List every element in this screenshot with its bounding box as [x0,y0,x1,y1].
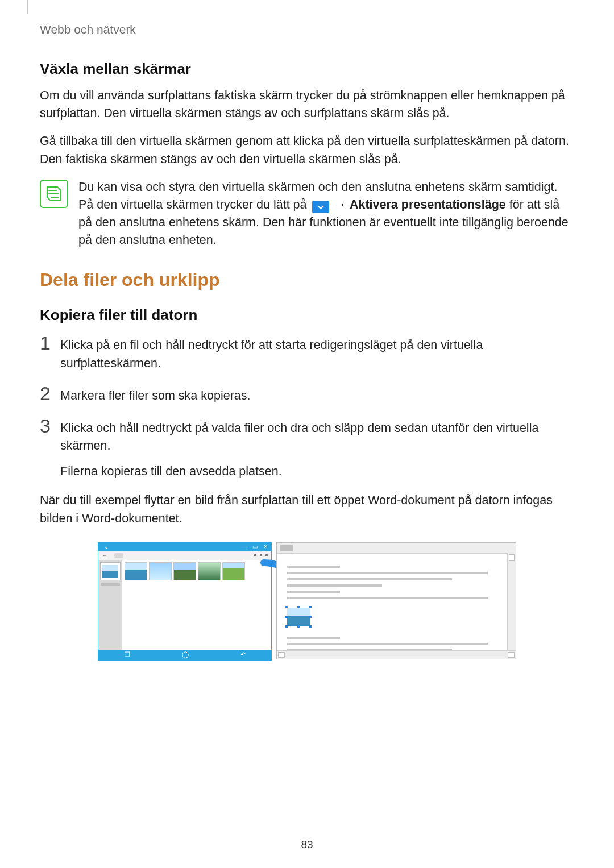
gallery-body [98,560,271,650]
tablet-titlebar: ⌄ — ▭ ✕ [98,543,271,551]
doc-text-line [287,572,488,574]
doc-text-line [287,597,488,599]
thumb-icon [102,565,118,578]
note-arrow: → [334,198,349,211]
tablet-toolbar: ← [98,551,271,560]
breadcrumb: Webb och nätverk [40,23,574,36]
doc-body [277,554,516,663]
list-item: 2 Markera fler filer som ska kopieras. [40,384,574,405]
doc-text-line [287,643,488,645]
page-number: 83 [0,838,614,851]
paragraph: Gå tillbaka till den virtuella skärmen g… [40,132,574,168]
maximize-icon: ▭ [252,544,258,550]
scrollbar-vertical [507,553,516,651]
list-text-extra: Filerna kopieras till den avsedda platse… [60,463,574,480]
toolbar-icon [260,554,262,556]
gallery-thumb [125,562,147,580]
list-text: Markera fler filer som ska kopieras. [60,384,251,405]
illustration: ⌄ — ▭ ✕ ← [40,542,574,661]
recent-apps-icon: ❐ [125,651,130,658]
inserted-image [287,608,310,626]
doc-tool-icon [280,545,293,551]
note-text: Du kan visa och styra den virtuella skär… [78,178,574,250]
gallery-thumb [198,562,221,580]
doc-toolbar [277,543,516,554]
note-bold: Aktivera presentationsläge [350,198,506,211]
sidebar-label [101,583,120,586]
doc-text-line [287,566,340,568]
list-number: 3 [40,416,52,435]
ordered-list: 1 Klicka på en fil och håll nedtryckt fö… [40,333,574,480]
dropdown-chip-icon [312,201,329,213]
toolbar-pill [114,553,123,558]
heading-switch-screens: Växla mellan skärmar [40,60,574,78]
tablet-window: ⌄ — ▭ ✕ ← [98,542,272,661]
gallery-grid [122,560,271,650]
doc-text-line [287,591,340,593]
doc-text-line [287,578,452,580]
note-block: Du kan visa och styra den virtuella skär… [40,178,574,250]
list-text-inner: Klicka och håll nedtryckt på valda filer… [60,421,538,452]
list-item: 1 Klicka på en fil och håll nedtryckt fö… [40,333,574,372]
gallery-thumb [149,562,172,580]
paragraph: När du till exempel flyttar en bild från… [40,492,574,527]
toolbar-overflow-icon [265,554,268,556]
list-number: 1 [40,333,52,352]
scroll-nub [508,652,515,658]
doc-text-line [287,637,340,639]
heading-copy-files: Kopiera filer till datorn [40,306,574,324]
gallery-thumb [173,562,196,580]
home-icon: ◯ [182,651,189,658]
list-text: Klicka och håll nedtryckt på valda filer… [60,416,574,481]
document-window [276,542,516,659]
list-text: Klicka på en fil och håll nedtryckt för … [60,333,574,372]
minimize-icon: — [241,544,247,550]
close-icon: ✕ [263,544,268,550]
doc-text-line [287,584,382,587]
chevron-down-icon: ⌄ [102,544,109,550]
heading-share-files: Dela filer och urklipp [40,269,574,290]
scroll-nub [278,652,285,658]
paragraph: Om du vill använda surfplattans faktiska… [40,87,574,122]
crop-mark [27,0,28,14]
gallery-sidebar [98,560,122,650]
note-icon [40,180,68,208]
list-number: 2 [40,384,52,403]
toolbar-icon [254,554,256,556]
sidebar-thumb [100,562,121,580]
list-item: 3 Klicka och håll nedtryckt på valda fil… [40,416,574,481]
tablet-navbar: ❐ ◯ ↶ [98,650,271,660]
scroll-nub [509,554,515,561]
gallery-thumb [222,562,245,580]
scrollbar-horizontal [277,650,516,659]
back-arrow-icon: ← [102,552,107,558]
back-icon: ↶ [240,651,246,658]
